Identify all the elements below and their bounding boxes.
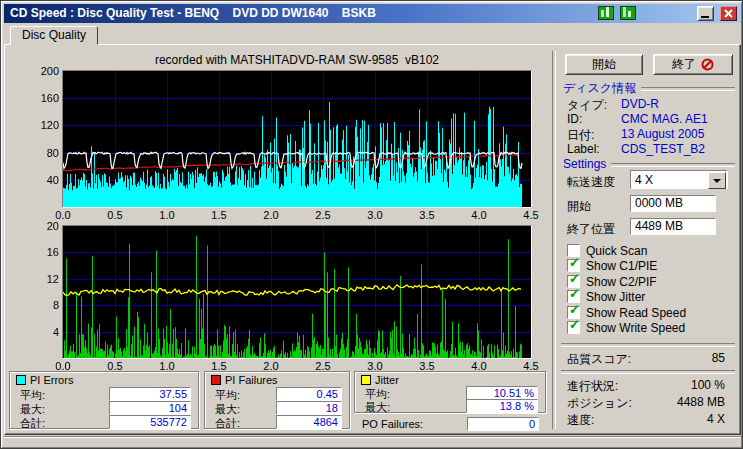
disc-date-value: 13 August 2005 xyxy=(621,127,704,141)
axis-tick-label: 200 xyxy=(33,65,59,77)
checkbox-quick-scan[interactable]: ✓ Quick Scan xyxy=(567,244,735,258)
speed-select[interactable]: 4 X xyxy=(630,170,728,189)
speed-row: 速度: 4 X xyxy=(563,412,729,426)
start-button[interactable]: 開始 xyxy=(565,54,643,75)
header-rule xyxy=(611,163,735,167)
pi-errors-avg-row: 平均: 37.55 xyxy=(10,387,198,401)
pi-failures-total-value: 4864 xyxy=(276,415,342,429)
axis-tick-label: 3.5 xyxy=(414,209,440,221)
start-button-label: 開始 xyxy=(592,56,616,73)
pi-failures-max-value: 18 xyxy=(276,401,342,415)
tab-label: Disc Quality xyxy=(22,28,86,42)
start-position-label: 開始 xyxy=(567,198,591,215)
disc-id-row: ID: CMC MAG. AE1 xyxy=(563,112,739,126)
max-label: 最大: xyxy=(365,400,390,415)
checkbox-label: Show C2/PIF xyxy=(586,275,657,289)
pi-errors-max-row: 最大: 104 xyxy=(10,401,198,415)
axis-tick-label: 4 xyxy=(33,326,59,338)
pi-errors-panel: PI Errors 平均: 37.55 最大: 104 合計: 535772 xyxy=(9,371,199,429)
po-failures-value: 0 xyxy=(467,417,539,431)
end-position-field[interactable]: 4489 MB xyxy=(630,218,716,235)
disc-id-value: CMC MAG. AE1 xyxy=(621,112,708,126)
jitter-max-row: 最大: 13.8 % xyxy=(355,399,545,413)
axis-tick-label: 3.5 xyxy=(414,360,440,372)
start-position-field[interactable]: 0000 MB xyxy=(630,195,716,212)
position-value: 4488 MB xyxy=(677,395,725,409)
check-icon: ✓ xyxy=(569,256,580,269)
close-button[interactable] xyxy=(720,6,737,21)
position-row: ポジション: 4488 MB xyxy=(563,395,729,409)
disc-id-label: ID: xyxy=(567,112,582,126)
axis-tick-label: 2.0 xyxy=(258,209,284,221)
axis-tick-label: 1.5 xyxy=(206,360,232,372)
checkbox-label: Quick Scan xyxy=(586,244,647,258)
disc-bar2-icon xyxy=(628,11,631,17)
check-icon: ✓ xyxy=(569,318,580,331)
total-label: 合計: xyxy=(215,416,240,431)
progress-row: 進行状況: 100 % xyxy=(563,378,729,392)
axis-tick-label: 20 xyxy=(33,220,59,232)
titlebar-graph-icon[interactable] xyxy=(598,6,614,20)
pi-errors-max-value: 104 xyxy=(109,401,191,415)
check-icon: ✓ xyxy=(569,287,580,300)
pi-failures-title: PI Failures xyxy=(225,374,278,386)
divider xyxy=(561,343,735,347)
stop-button-label: 終了 xyxy=(672,56,696,73)
checkbox-label: Show Read Speed xyxy=(586,306,686,320)
combo-dropdown-button[interactable] xyxy=(708,172,726,189)
jitter-color-swatch xyxy=(361,375,371,385)
axis-tick-label: 0.0 xyxy=(50,360,76,372)
quality-score-row: 品質スコア: 85 xyxy=(563,351,729,365)
jitter-max-value: 13.8 % xyxy=(466,399,538,413)
checkbox-box[interactable]: ✓ xyxy=(567,321,580,334)
panel-separator xyxy=(552,51,556,429)
checkbox-show-jitter[interactable]: ✓ Show Jitter xyxy=(567,290,735,304)
axis-tick-label: 1.0 xyxy=(154,209,180,221)
disc-info-header-label: ディスク情報 xyxy=(563,80,636,97)
axis-tick-label: 16 xyxy=(33,246,59,258)
status-bar xyxy=(4,436,741,448)
axis-tick-label: 0.5 xyxy=(102,209,128,221)
jitter-header: Jitter xyxy=(361,373,399,386)
titlebar-disc-icon[interactable] xyxy=(620,6,636,20)
pi-errors-total-row: 合計: 535772 xyxy=(10,415,198,429)
disc-label-value: CDS_TEST_B2 xyxy=(621,142,705,156)
axis-tick-label: 8 xyxy=(33,299,59,311)
pi-failures-max-row: 最大: 18 xyxy=(205,401,349,415)
app-window: CD Speed : Disc Quality Test - BENQ DVD … xyxy=(0,0,743,449)
pi-errors-title: PI Errors xyxy=(30,374,73,386)
axis-tick-label: 0.5 xyxy=(102,360,128,372)
axis-tick-label: 1.0 xyxy=(154,360,180,372)
axis-tick-label: 2.0 xyxy=(258,360,284,372)
stop-button[interactable]: 終了 xyxy=(653,54,733,75)
pi-failures-avg-row: 平均: 0.45 xyxy=(205,387,349,401)
quality-score-label: 品質スコア: xyxy=(567,351,631,368)
stop-icon xyxy=(701,58,714,71)
disc-type-row: タイプ: DVD-R xyxy=(563,97,739,111)
pi-errors-total-value: 535772 xyxy=(109,415,191,429)
checkbox-show-c1-pie[interactable]: ✓ Show C1/PIE xyxy=(567,259,735,273)
axis-tick-label: 4.0 xyxy=(466,209,492,221)
checkbox-show-read-speed[interactable]: ✓ Show Read Speed xyxy=(567,306,735,320)
titlebar[interactable]: CD Speed : Disc Quality Test - BENQ DVD … xyxy=(4,4,741,23)
checkbox-show-c2-pif[interactable]: ✓ Show C2/PIF xyxy=(567,275,735,289)
axis-tick-label: 160 xyxy=(33,92,59,104)
end-position-label: 終了位置 xyxy=(567,221,615,238)
settings-header: Settings xyxy=(563,158,735,170)
recorded-with-note: recorded with MATSHITADVD-RAM SW-9585 vB… xyxy=(63,53,531,67)
divider xyxy=(561,370,735,374)
checkbox-label: Show Jitter xyxy=(586,290,645,304)
total-label: 合計: xyxy=(20,416,45,431)
tab-disc-quality[interactable]: Disc Quality xyxy=(10,26,98,45)
progress-value: 100 % xyxy=(691,378,725,392)
pi-errors-avg-value: 37.55 xyxy=(109,387,191,401)
minimize-button[interactable] xyxy=(697,6,714,21)
top-chart-frame xyxy=(62,70,532,208)
axis-tick-label: 4.0 xyxy=(466,360,492,372)
pi-errors-header: PI Errors xyxy=(16,373,73,386)
checkbox-show-write-speed[interactable]: ✓ Show Write Speed xyxy=(567,321,735,335)
header-rule xyxy=(641,87,735,91)
settings-header-label: Settings xyxy=(563,157,606,171)
speed-value: 4 X xyxy=(707,412,725,426)
axis-tick-label: 12 xyxy=(33,273,59,285)
